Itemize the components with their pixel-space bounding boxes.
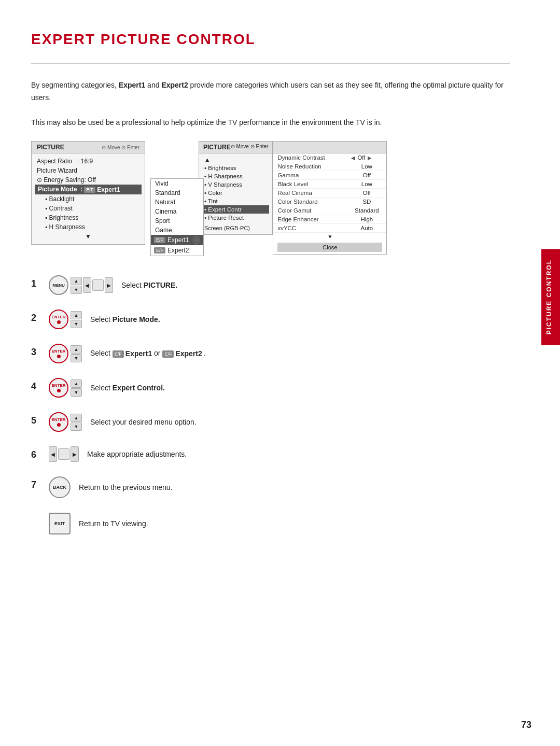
right-arrow-btn-1[interactable]: ▶ [105, 277, 113, 293]
exit-button[interactable]: EXIT [49, 513, 71, 534]
value-xvycc: Auto [351, 225, 382, 231]
menu-item-picture-mode: Picture Mode : E/F Expert1 [35, 185, 142, 194]
down-btn-2[interactable]: ▼ [71, 320, 82, 328]
submenu-standard: Standard [151, 188, 203, 198]
description-1: By segmenting categories, Expert1 and Ex… [31, 79, 510, 104]
r-menu-screen-rgb: Screen (RGB-PC) [202, 222, 269, 232]
label-black: Black Level [277, 181, 329, 187]
step-4-number: 4 [31, 381, 40, 392]
diagrams-row: PICTURE ⊙ Move ⊙ Enter Aspect Ratio : 16… [31, 141, 510, 255]
up-btn-5[interactable]: ▲ [71, 414, 82, 422]
enter-button-5[interactable]: ENTER [49, 412, 68, 432]
step-3-text: Select E/F Expert1 or E/F Expert2. [90, 348, 206, 359]
center-6 [58, 448, 69, 460]
up-btn-2[interactable]: ▲ [71, 311, 82, 319]
menu-button[interactable]: MENU [49, 275, 68, 295]
expert-badge-1: E/F [84, 187, 95, 193]
down-btn-5[interactable]: ▼ [71, 423, 82, 431]
step-exit-text: Return to TV viewing. [79, 519, 148, 529]
back-button[interactable]: BACK [49, 476, 71, 498]
left-menu-box: PICTURE ⊙ Move ⊙ Enter Aspect Ratio : 16… [31, 141, 145, 245]
step-6-number: 6 [31, 449, 40, 460]
step-3: 3 ENTER ▲ ▼ Select E/F Expert1 or E/F Ex… [31, 344, 510, 363]
value-dynamic-contrast: ◀ Off ▶ [351, 154, 382, 161]
ud-cluster-3: ▲ ▼ [71, 345, 82, 362]
submenu-sport: Sport [151, 216, 203, 226]
settings-row-noise: Noise Reduction Low [273, 162, 386, 171]
submenu-expert2: E/F Expert2 [151, 245, 203, 256]
enter-button-4[interactable]: ENTER [49, 378, 68, 398]
submenu-expert1: E/F Expert1 ⚙ [151, 235, 203, 245]
step-4-text: Select Expert Control. [90, 383, 165, 393]
settings-row-gamma: Gamma Off [273, 171, 386, 180]
submenu-game: Game [151, 226, 203, 235]
step-2-number: 2 [31, 313, 40, 323]
step-exit-icons: EXIT [49, 513, 71, 534]
down-arrow-btn-1[interactable]: ▼ [71, 286, 82, 294]
settings-icon: ⚙ [193, 236, 200, 244]
menu-item-aspect: Aspect Ratio : 16:9 [37, 157, 139, 166]
lr-button-6: ◀ ▶ [49, 446, 79, 462]
left-arrow-btn-1[interactable]: ◀ [83, 277, 91, 293]
right-menu-header: PICTURE ⊙ Move ⊙ Enter [199, 142, 272, 153]
value-colorgamut: Standard [351, 207, 382, 214]
right-section: PICTURE ⊙ Move ⊙ Enter ▲ Brightness H Sh… [199, 141, 387, 255]
enter-dot-5 [57, 423, 61, 427]
submenu-box: Vivid Standard Natural Cinema Sport Game… [150, 178, 204, 256]
left-menu-move-enter: ⊙ Move ⊙ Enter [102, 145, 139, 150]
step-3-number: 3 [31, 347, 40, 358]
left-menu-title: PICTURE [37, 144, 64, 151]
step-1-icons: MENU ▲ ▼ ◀ ▶ [49, 275, 113, 295]
step-5-number: 5 [31, 415, 40, 426]
settings-row-dynamic-contrast: Dynamic Contrast ◀ Off ▶ [273, 153, 386, 162]
step-7-text: Return to the previous menu. [79, 483, 173, 493]
title-divider [31, 63, 510, 64]
label-edge: Edge Enhancer [277, 216, 329, 222]
step-2: 2 ENTER ▲ ▼ Select Picture Mode. [31, 309, 510, 329]
r-menu-tint: Tint [202, 197, 269, 205]
enter-button-2[interactable]: ENTER [49, 309, 68, 329]
submenu-vivid: Vivid [151, 179, 203, 188]
right-btn-6[interactable]: ▶ [71, 446, 79, 462]
step-2-icons: ENTER ▲ ▼ [49, 309, 82, 329]
enter-dot-2 [57, 320, 61, 324]
up-btn-3[interactable]: ▲ [71, 345, 82, 354]
step-6: 6 ◀ ▶ Make appropriate adjustments. [31, 446, 510, 462]
step-6-text: Make appropriate adjustments. [87, 449, 187, 460]
enter-button-3[interactable]: ENTER [49, 344, 68, 363]
menu-item-hsharpness: ▪ H Sharpness [37, 222, 139, 232]
right-arrow-icon: ▶ [368, 155, 372, 161]
settings-panel: Dynamic Contrast ◀ Off ▶ Noise Reduction… [273, 141, 387, 255]
step-7: 7 BACK Return to the previous menu. [31, 476, 510, 498]
expert-badge-step3-1: E/F [113, 350, 124, 358]
label-xvycc: xvYCC [277, 225, 329, 231]
menu-item-wizard: Picture Wizard [37, 166, 139, 175]
r-menu-brightness: Brightness [202, 164, 269, 172]
down-btn-4[interactable]: ▼ [71, 388, 82, 397]
left-btn-6[interactable]: ◀ [49, 446, 57, 462]
step-3-icons: ENTER ▲ ▼ [49, 344, 82, 363]
up-btn-4[interactable]: ▲ [71, 379, 82, 388]
settings-row-black: Black Level Low [273, 180, 386, 189]
label-noise: Noise Reduction [277, 163, 329, 170]
step-1-number: 1 [31, 278, 40, 289]
value-colorstd: SD [351, 199, 382, 205]
step-7-number: 7 [31, 480, 40, 490]
settings-row-colorgamut: Color Gamut Standard [273, 206, 386, 215]
submenu-cinema: Cinema [151, 207, 203, 216]
settings-panel-header [273, 142, 386, 153]
menu-item-contrast: ▪ Contrast [37, 204, 139, 213]
settings-row-edge: Edge Enhancer High [273, 215, 386, 224]
left-menu-body: Aspect Ratio : 16:9 Picture Wizard ⊙ Ene… [32, 153, 145, 244]
down-btn-3[interactable]: ▼ [71, 354, 82, 362]
up-arrow-btn-1[interactable]: ▲ [71, 277, 82, 285]
center-btn-1 [92, 279, 104, 291]
side-tab: PICTURE CONTROL [541, 249, 560, 345]
page-title: EXPERT PICTURE CONTROL [31, 31, 510, 48]
close-button[interactable]: Close [277, 243, 382, 252]
menu-item-backlight: ▪ Backlight [37, 194, 139, 204]
step-1-text: Select PICTURE. [121, 280, 177, 291]
label-gamma: Gamma [277, 172, 329, 178]
value-noise: Low [351, 163, 382, 170]
step-7-icons: BACK [49, 476, 71, 498]
